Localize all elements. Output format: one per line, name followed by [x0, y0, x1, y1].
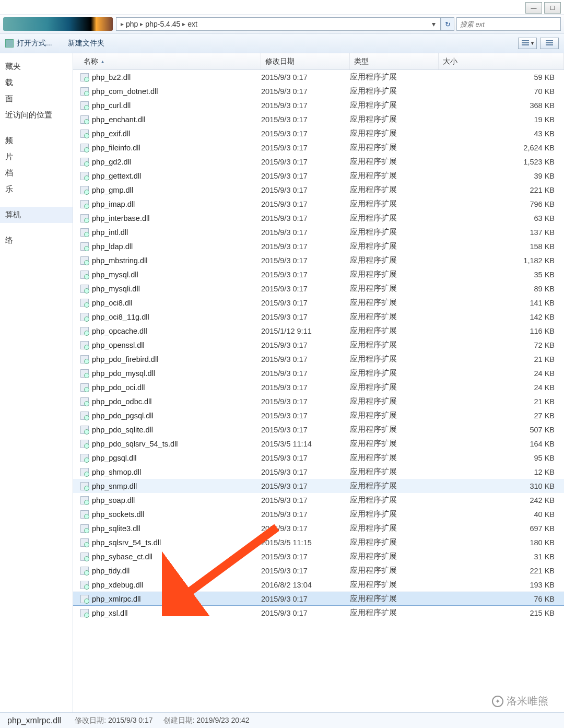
- column-header-type[interactable]: 类型: [350, 53, 439, 69]
- nav-back-forward[interactable]: [3, 17, 113, 31]
- breadcrumb-sep-icon: ▸: [121, 20, 124, 28]
- file-size: 24 KB: [439, 369, 564, 378]
- breadcrumb-item[interactable]: ext: [187, 20, 197, 28]
- file-row[interactable]: php_com_dotnet.dll2015/9/3 0:17应用程序扩展70 …: [73, 84, 564, 98]
- breadcrumb-item[interactable]: php-5.4.45: [145, 20, 180, 28]
- dll-file-icon: [80, 524, 89, 533]
- dll-file-icon: [80, 313, 89, 321]
- file-row[interactable]: php_pgsql.dll2015/9/3 0:17应用程序扩展95 KB: [73, 451, 564, 465]
- view-mode-button[interactable]: ▾: [518, 38, 537, 49]
- open-with-button[interactable]: 打开方式...: [5, 39, 52, 48]
- dll-file-icon: [80, 369, 89, 378]
- file-type: 应用程序扩展: [350, 241, 439, 251]
- file-row[interactable]: php_interbase.dll2015/9/3 0:17应用程序扩展63 K…: [73, 211, 564, 225]
- file-name: php_sqlsrv_54_ts.dll: [92, 538, 161, 547]
- dll-file-icon: [80, 609, 89, 617]
- file-row[interactable]: php_pdo_firebird.dll2015/9/3 0:17应用程序扩展2…: [73, 352, 564, 366]
- file-name: php_soap.dll: [92, 496, 135, 504]
- column-header-date[interactable]: 修改日期: [261, 53, 350, 69]
- file-row[interactable]: php_imap.dll2015/9/3 0:17应用程序扩展796 KB: [73, 197, 564, 211]
- file-row[interactable]: php_oci8_11g.dll2015/9/3 0:17应用程序扩展142 K…: [73, 310, 564, 324]
- file-date: 2015/3/5 11:15: [261, 538, 350, 547]
- dll-file-icon: [80, 285, 89, 293]
- file-type: 应用程序扩展: [350, 143, 439, 152]
- file-size: 2,624 KB: [439, 144, 564, 152]
- dll-file-icon: [80, 242, 89, 251]
- new-folder-button[interactable]: 新建文件夹: [68, 39, 104, 48]
- column-header-name[interactable]: 名称▴: [73, 53, 261, 69]
- file-type: 应用程序扩展: [350, 340, 439, 350]
- file-type: 应用程序扩展: [350, 425, 439, 435]
- file-row[interactable]: php_oci8.dll2015/9/3 0:17应用程序扩展141 KB: [73, 296, 564, 310]
- file-name: php_curl.dll: [92, 101, 131, 110]
- file-list[interactable]: php_bz2.dll2015/9/3 0:17应用程序扩展59 KBphp_c…: [73, 70, 564, 712]
- file-row[interactable]: php_opcache.dll2015/1/12 9:11应用程序扩展116 K…: [73, 324, 564, 338]
- file-row[interactable]: php_pdo_oci.dll2015/9/3 0:17应用程序扩展24 KB: [73, 380, 564, 394]
- refresh-button[interactable]: ↻: [441, 17, 454, 31]
- file-row[interactable]: php_ldap.dll2015/9/3 0:17应用程序扩展158 KB: [73, 239, 564, 253]
- sidebar-item[interactable]: 络: [0, 232, 73, 249]
- file-row[interactable]: php_gmp.dll2015/9/3 0:17应用程序扩展221 KB: [73, 183, 564, 197]
- sidebar-item[interactable]: 片: [0, 149, 73, 165]
- file-type: 应用程序扩展: [350, 199, 439, 209]
- sidebar-item[interactable]: 档: [0, 165, 73, 181]
- file-row[interactable]: php_mysqli.dll2015/9/3 0:17应用程序扩展89 KB: [73, 281, 564, 296]
- file-row[interactable]: php_gd2.dll2015/9/3 0:17应用程序扩展1,523 KB: [73, 155, 564, 169]
- file-row[interactable]: php_pdo_mysql.dll2015/9/3 0:17应用程序扩展24 K…: [73, 366, 564, 380]
- file-row[interactable]: php_exif.dll2015/9/3 0:17应用程序扩展43 KB: [73, 126, 564, 140]
- sidebar-item[interactable]: 频: [0, 133, 73, 149]
- file-row[interactable]: php_mbstring.dll2015/9/3 0:17应用程序扩展1,182…: [73, 253, 564, 267]
- file-row[interactable]: php_pdo_sqlite.dll2015/9/3 0:17应用程序扩展507…: [73, 422, 564, 437]
- file-name: php_opcache.dll: [92, 327, 147, 335]
- file-row[interactable]: php_mysql.dll2015/9/3 0:17应用程序扩展35 KB: [73, 267, 564, 281]
- file-type: 应用程序扩展: [350, 396, 439, 406]
- sidebar-item[interactable]: 载: [0, 75, 73, 91]
- file-row[interactable]: php_enchant.dll2015/9/3 0:17应用程序扩展19 KB: [73, 112, 564, 126]
- file-row[interactable]: php_sybase_ct.dll2015/9/3 0:17应用程序扩展31 K…: [73, 549, 564, 563]
- search-input[interactable]: [456, 17, 561, 31]
- file-row[interactable]: php_sockets.dll2015/9/3 0:17应用程序扩展40 KB: [73, 507, 564, 521]
- sidebar-item[interactable]: 算机: [0, 207, 73, 223]
- status-modified-label: 修改日期:: [75, 716, 106, 724]
- file-row[interactable]: php_openssl.dll2015/9/3 0:17应用程序扩展72 KB: [73, 338, 564, 352]
- dll-file-icon: [80, 581, 89, 589]
- file-date: 2015/9/3 0:17: [261, 369, 350, 378]
- sidebar-item[interactable]: 藏夹: [0, 58, 73, 75]
- dll-file-icon: [80, 115, 89, 124]
- file-row[interactable]: php_snmp.dll2015/9/3 0:17应用程序扩展310 KB: [73, 479, 564, 493]
- file-row[interactable]: php_sqlite3.dll2015/9/3 0:17应用程序扩展697 KB: [73, 521, 564, 535]
- file-row[interactable]: php_fileinfo.dll2015/9/3 0:17应用程序扩展2,624…: [73, 140, 564, 155]
- sidebar-item[interactable]: 乐: [0, 181, 73, 197]
- sidebar-item[interactable]: 面: [0, 91, 73, 107]
- file-row[interactable]: php_xsl.dll2015/9/3 0:17应用程序扩展215 KB: [73, 606, 564, 620]
- file-row[interactable]: php_pdo_pgsql.dll2015/9/3 0:17应用程序扩展27 K…: [73, 408, 564, 422]
- file-size: 221 KB: [439, 186, 564, 194]
- file-row[interactable]: php_intl.dll2015/9/3 0:17应用程序扩展137 KB: [73, 225, 564, 239]
- file-row[interactable]: php_bz2.dll2015/9/3 0:17应用程序扩展59 KB: [73, 70, 564, 84]
- file-row[interactable]: php_pdo_odbc.dll2015/9/3 0:17应用程序扩展21 KB: [73, 394, 564, 408]
- breadcrumb-dropdown-icon[interactable]: ▾: [429, 20, 438, 28]
- file-row[interactable]: php_xmlrpc.dll2015/9/3 0:17应用程序扩展76 KB: [73, 592, 564, 606]
- file-type: 应用程序扩展: [350, 114, 439, 124]
- breadcrumb-item[interactable]: php: [126, 20, 138, 28]
- maximize-button[interactable]: ☐: [544, 2, 561, 14]
- file-type: 应用程序扩展: [350, 284, 439, 293]
- column-header-size[interactable]: 大小: [439, 53, 564, 69]
- file-row[interactable]: php_shmop.dll2015/9/3 0:17应用程序扩展12 KB: [73, 465, 564, 479]
- minimize-button[interactable]: —: [525, 2, 542, 14]
- file-row[interactable]: php_sqlsrv_54_ts.dll2015/3/5 11:15应用程序扩展…: [73, 535, 564, 549]
- file-row[interactable]: php_curl.dll2015/9/3 0:17应用程序扩展368 KB: [73, 98, 564, 112]
- list-view-icon: [522, 40, 529, 46]
- file-row[interactable]: php_xdebug.dll2016/8/2 13:04应用程序扩展193 KB: [73, 578, 564, 592]
- file-row[interactable]: php_tidy.dll2015/9/3 0:17应用程序扩展221 KB: [73, 563, 564, 578]
- file-row[interactable]: php_gettext.dll2015/9/3 0:17应用程序扩展39 KB: [73, 169, 564, 183]
- file-name: php_fileinfo.dll: [92, 144, 140, 152]
- preview-pane-button[interactable]: [540, 38, 559, 49]
- dll-file-icon: [80, 383, 89, 392]
- sidebar-item[interactable]: 近访问的位置: [0, 107, 73, 123]
- file-row[interactable]: php_soap.dll2015/9/3 0:17应用程序扩展242 KB: [73, 493, 564, 507]
- file-name: php_pdo_oci.dll: [92, 383, 145, 392]
- file-row[interactable]: php_pdo_sqlsrv_54_ts.dll2015/3/5 11:14应用…: [73, 437, 564, 451]
- breadcrumb[interactable]: ▸ php ▸ php-5.4.45 ▸ ext ▾: [116, 17, 441, 31]
- file-date: 2015/9/3 0:17: [261, 200, 350, 208]
